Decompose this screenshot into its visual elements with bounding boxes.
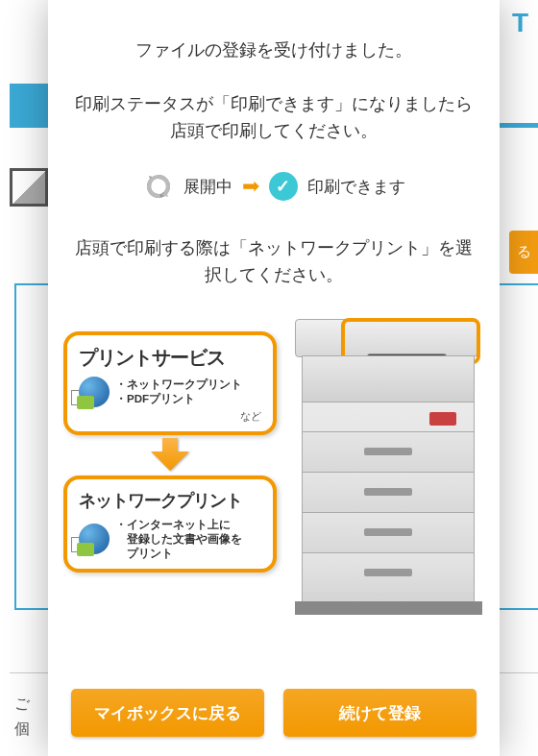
bg-logo-fragment: T: [502, 0, 538, 46]
bg-bottom-text: ご 個: [14, 692, 30, 741]
globe-icon: [79, 524, 110, 554]
print-service-option: プリントサービス ・ネットワークプリント ・PDFプリント など: [63, 331, 277, 435]
network-print-option: ネットワークプリント ・インターネット上に 登録した文書や画像を プリント: [63, 476, 277, 573]
back-to-mybox-button[interactable]: マイボックスに戻る: [71, 689, 264, 737]
status-flow: 展開中 ➡ ✓ 印刷できます: [71, 171, 477, 202]
confirmation-dialog: ファイルの登録を受け付けました。 印刷ステータスが「印刷できます」になりましたら…: [48, 0, 500, 756]
continue-register-button[interactable]: 続けて登録: [283, 689, 477, 737]
service-selection-illustration: プリントサービス ・ネットワークプリント ・PDFプリント など ネットワークプ…: [63, 331, 277, 573]
arrow-right-icon: ➡: [242, 174, 259, 199]
dialog-actions: マイボックスに戻る 続けて登録: [71, 689, 477, 756]
refresh-icon: [143, 171, 174, 202]
printer-illustration: プリントサービス ・ネットワークプリント ・PDFプリント など ネットワークプ…: [65, 307, 482, 615]
copier-graphic: [281, 307, 482, 615]
network-print-desc: ・インターネット上に 登録した文書や画像を プリント: [115, 518, 242, 561]
print-service-title: プリントサービス: [79, 345, 261, 371]
dialog-instruction-1: 印刷ステータスが「印刷できます」になりましたら店頭で印刷してください。: [71, 90, 477, 144]
status-expanding-label: 展開中: [183, 176, 232, 198]
check-circle-icon: ✓: [269, 172, 298, 201]
print-service-desc: ・ネットワークプリント ・PDFプリント: [115, 378, 242, 406]
arrow-down-icon: [63, 438, 277, 473]
status-ready-label: 印刷できます: [307, 176, 405, 198]
network-print-title: ネットワークプリント: [79, 489, 261, 512]
dialog-title: ファイルの登録を受け付けました。: [71, 38, 477, 61]
print-service-suffix: など: [79, 409, 261, 424]
bg-thumbnail-icon: [10, 168, 48, 207]
globe-icon: [79, 377, 110, 407]
dialog-instruction-2: 店頭で印刷する際は「ネットワークプリント」を選択してください。: [71, 234, 477, 288]
bg-button-fragment: る: [509, 231, 538, 274]
